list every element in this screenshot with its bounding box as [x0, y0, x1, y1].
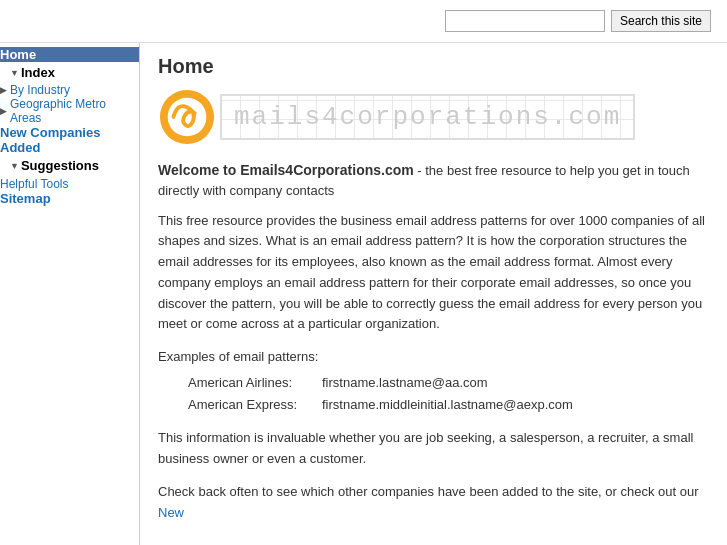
- sub-arrow-icon-2: ▶: [0, 106, 7, 116]
- example-company-1: American Airlines:: [188, 372, 318, 394]
- page-title: Home: [158, 55, 709, 78]
- by-industry-link[interactable]: By Industry: [10, 83, 70, 97]
- expand-arrow-icon: ▼: [10, 68, 19, 78]
- example-item-2: American Express: firstname.middleinitia…: [158, 394, 709, 416]
- geo-metro-link[interactable]: Geographic Metro Areas: [10, 97, 139, 125]
- sidebar-item-suggestions[interactable]: ▼ Suggestions: [0, 155, 139, 176]
- search-button[interactable]: Search this site: [611, 10, 711, 32]
- new-companies-link[interactable]: New Companies Added: [0, 125, 100, 155]
- example-email-1: firstname.lastname@aa.com: [322, 372, 488, 394]
- sidebar-item-sitemap[interactable]: Sitemap: [0, 191, 139, 206]
- sidebar-item-home[interactable]: Home: [0, 47, 139, 62]
- welcome-heading: Welcome to Emails4Corporations.com: [158, 162, 414, 178]
- example-company-2: American Express:: [188, 394, 318, 416]
- sidebar-item-new-companies[interactable]: New Companies Added: [0, 125, 139, 155]
- welcome-text: Welcome to Emails4Corporations.com - the…: [158, 160, 709, 201]
- sidebar: Home ▼ Index ▶ By Industry ▶ Geographic …: [0, 43, 140, 545]
- bottom-paragraph-2: Check back often to see which other comp…: [158, 482, 709, 524]
- new-companies-link-inline[interactable]: New: [158, 505, 184, 520]
- search-input[interactable]: [445, 10, 605, 32]
- sidebar-item-by-industry[interactable]: ▶ By Industry: [0, 83, 139, 97]
- bottom-text-start: Check back often to see which other comp…: [158, 484, 699, 499]
- sidebar-item-index[interactable]: ▼ Index: [0, 62, 139, 83]
- bottom-paragraph-1: This information is invaluable whether y…: [158, 428, 709, 470]
- home-link[interactable]: Home: [0, 47, 36, 62]
- examples-intro: Examples of email patterns:: [158, 347, 709, 368]
- body-paragraph: This free resource provides the business…: [158, 211, 709, 336]
- expand-arrow-suggestions-icon: ▼: [10, 161, 19, 171]
- example-email-2: firstname.middleinitial.lastname@aexp.co…: [322, 394, 573, 416]
- sidebar-item-geo-metro[interactable]: ▶ Geographic Metro Areas: [0, 97, 139, 125]
- helpful-tools-link[interactable]: Helpful Tools: [0, 177, 68, 191]
- logo-icon: [158, 88, 216, 146]
- index-link[interactable]: Index: [21, 65, 55, 80]
- logo-text: mails4corporations.com: [220, 94, 635, 140]
- sitemap-link[interactable]: Sitemap: [0, 191, 51, 206]
- sidebar-item-helpful-tools[interactable]: Helpful Tools: [0, 176, 139, 191]
- sub-arrow-icon: ▶: [0, 85, 7, 95]
- main-layout: Home ▼ Index ▶ By Industry ▶ Geographic …: [0, 43, 727, 545]
- examples-section: Examples of email patterns: American Air…: [158, 347, 709, 416]
- top-bar: Search this site: [0, 0, 727, 43]
- suggestions-link[interactable]: Suggestions: [21, 158, 99, 173]
- example-item-1: American Airlines: firstname.lastname@aa…: [158, 372, 709, 394]
- logo-area: mails4corporations.com: [158, 88, 709, 146]
- main-content: Home mails4corporations.com Welcome to E…: [140, 43, 727, 545]
